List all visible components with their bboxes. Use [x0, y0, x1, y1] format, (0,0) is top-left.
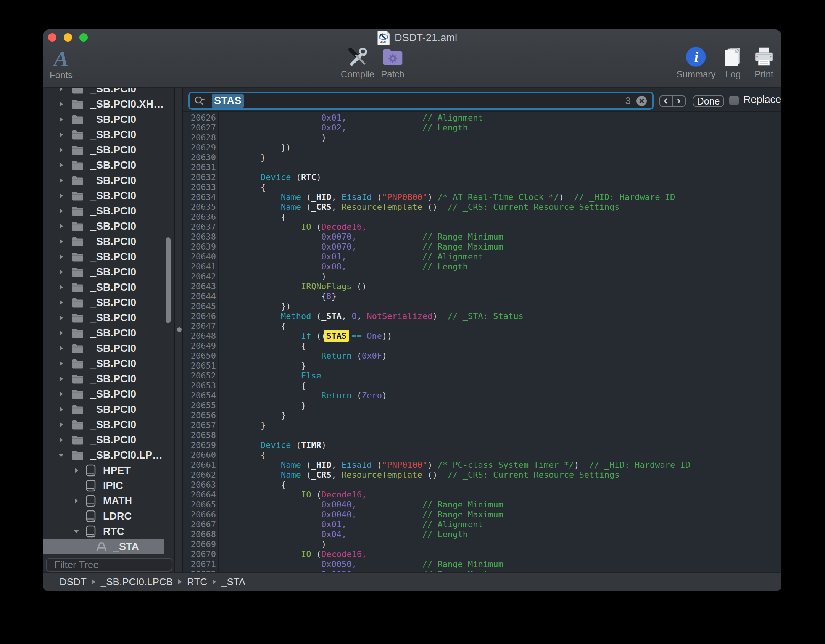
disclosure-right-icon[interactable]	[58, 193, 64, 199]
disclosure-right-icon[interactable]	[58, 406, 64, 412]
toolbar-item-fonts[interactable]: A Fonts	[50, 49, 73, 80]
tree-row-_sb-pci0[interactable]: _SB.PCI0	[43, 295, 174, 310]
tree-row-_sb-pci0[interactable]: _SB.PCI0	[43, 249, 174, 264]
disclosure-right-icon[interactable]	[58, 238, 64, 245]
toolbar-item-log[interactable]: Log	[722, 46, 744, 80]
find-previous-button[interactable]	[660, 96, 673, 106]
splitter-handle[interactable]	[177, 327, 182, 332]
code-editor[interactable]: 20626 0x01, // Alignment20627 0x02, // L…	[183, 112, 781, 572]
code-line: }	[220, 361, 306, 371]
tree-row-_sb-pci0[interactable]: _SB.PCI0	[43, 310, 174, 325]
disclosure-right-icon[interactable]	[58, 361, 64, 367]
tree-row-_sb-pci0[interactable]: _SB.PCI0	[43, 417, 174, 432]
line-number: 20630	[183, 153, 216, 163]
tree-row-_sb-pci0[interactable]: _SB.PCI0	[43, 280, 174, 295]
disclosure-right-icon[interactable]	[58, 88, 64, 92]
disclosure-right-icon[interactable]	[58, 223, 64, 229]
line-number: 20649	[183, 341, 216, 351]
tree-row-_sb-pci0[interactable]: _SB.PCI0	[43, 264, 174, 280]
disclosure-right-icon[interactable]	[58, 162, 64, 168]
tree-row-_sb-pci0[interactable]: _SB.PCI0	[43, 402, 174, 417]
tree-row-_sb-pci0[interactable]: _SB.PCI0	[43, 158, 174, 173]
disclosure-right-icon[interactable]	[58, 315, 64, 321]
disclosure-right-icon[interactable]	[58, 116, 64, 122]
toolbar-item-summary[interactable]: i Summary	[677, 46, 716, 80]
disclosure-right-icon[interactable]	[58, 208, 64, 214]
tree-row-_sb-pci0[interactable]: _SB.PCI0	[43, 203, 174, 219]
sidebar-scrollbar-thumb[interactable]	[166, 237, 171, 323]
tree-row-_sb-pci0[interactable]: _SB.PCI0	[43, 386, 174, 402]
tree-row-_sb-pci0[interactable]: _SB.PCI0	[43, 341, 174, 356]
find-next-button[interactable]	[673, 96, 685, 106]
disclosure-right-icon[interactable]	[58, 101, 64, 107]
disclosure-right-icon[interactable]	[58, 284, 64, 290]
folder-icon	[71, 296, 84, 309]
disclosure-right-icon[interactable]	[58, 132, 64, 138]
search-query-text[interactable]: STAS	[212, 94, 244, 108]
tree-row-ipic[interactable]: IPIC	[43, 478, 174, 493]
tree-row-rtc[interactable]: RTC	[43, 524, 174, 539]
disclosure-right-icon[interactable]	[58, 147, 64, 153]
tree-row-_sb-pci0[interactable]: _SB.PCI0	[43, 112, 174, 127]
tree-row-_sb-pci0[interactable]: _SB.PCI0	[43, 325, 174, 341]
tree-row-_sb-pci0[interactable]: _SB.PCI0	[43, 356, 174, 371]
code-line: Return (Zero)	[220, 391, 387, 401]
pane-splitter[interactable]	[174, 88, 183, 572]
disclosure-right-icon[interactable]	[58, 177, 64, 184]
line-number: 20655	[183, 401, 216, 411]
tree-row-_sb-pci0[interactable]: _SB.PCI0	[43, 234, 174, 249]
disclosure-right-icon[interactable]	[58, 269, 64, 275]
minimize-button[interactable]	[64, 33, 72, 42]
tree-row-_sb-pci0[interactable]: _SB.PCI0	[43, 127, 174, 142]
tree-row-math[interactable]: MATH	[43, 493, 174, 509]
tree-row-_sb-pci0-xh-[interactable]: _SB.PCI0.XH…	[43, 97, 174, 112]
line-number: 20648	[183, 331, 216, 341]
toolbar-item-compile[interactable]: Compile	[341, 46, 374, 80]
info-icon: i	[685, 46, 707, 68]
disclosure-down-icon[interactable]	[58, 452, 64, 458]
filter-tree-input[interactable]	[53, 559, 174, 571]
navigator-tree[interactable]: _SB.PCI0_SB.PCI0.XH…_SB.PCI0_SB.PCI0_SB.…	[43, 88, 174, 556]
tree-row-ldrc[interactable]: LDRC	[43, 509, 174, 524]
disclosure-right-icon[interactable]	[58, 299, 64, 306]
tree-row-_sb-pci0[interactable]: _SB.PCI0	[43, 371, 174, 386]
disclosure-right-icon[interactable]	[58, 254, 64, 260]
disclosure-right-icon[interactable]	[73, 498, 79, 504]
chevron-right-icon	[675, 98, 681, 104]
filter-tree-field[interactable]	[46, 558, 172, 572]
tree-row-_sb-pci0[interactable]: _SB.PCI0	[43, 173, 174, 188]
tree-label: MATH	[103, 495, 132, 507]
done-button[interactable]: Done	[693, 95, 724, 107]
disclosure-right-icon[interactable]	[58, 422, 64, 428]
line-number: 20631	[183, 163, 216, 172]
search-menu-icon[interactable]	[194, 96, 207, 106]
replace-checkbox[interactable]	[729, 96, 739, 105]
search-field[interactable]: STAS 3	[188, 92, 654, 110]
disclosure-right-icon[interactable]	[58, 376, 64, 382]
zoom-button[interactable]	[79, 33, 88, 42]
code-line: 0x01, // Alignment	[220, 113, 483, 123]
disclosure-down-icon[interactable]	[73, 528, 79, 535]
chevron-left-icon	[664, 98, 669, 104]
code-line: {	[220, 321, 286, 331]
disclosure-right-icon[interactable]	[58, 345, 64, 351]
tree-row-hpet[interactable]: HPET	[43, 463, 174, 478]
patch-folder-icon	[382, 46, 403, 68]
close-button[interactable]	[48, 33, 56, 42]
tree-row-_sb-pci0[interactable]: _SB.PCI0	[43, 188, 174, 203]
tree-row-_sb-pci0[interactable]: _SB.PCI0	[43, 219, 174, 234]
line-number: 20626	[183, 113, 216, 123]
tree-row-_sb-pci0-lp-[interactable]: _SB.PCI0.LP…	[43, 448, 174, 463]
disclosure-right-icon[interactable]	[58, 391, 64, 397]
disclosure-right-icon[interactable]	[58, 437, 64, 443]
tree-row-_sb-pci0[interactable]: _SB.PCI0	[43, 88, 174, 97]
toolbar-item-print[interactable]: Print	[753, 46, 775, 80]
toolbar-item-patch[interactable]: Patch	[381, 46, 404, 80]
tree-row-_sb-pci0[interactable]: _SB.PCI0	[43, 142, 174, 158]
tree-row-_sta[interactable]: _STA	[43, 539, 174, 554]
clear-search-button[interactable]	[636, 96, 647, 106]
disclosure-right-icon[interactable]	[73, 467, 79, 473]
tree-row-_sb-pci0[interactable]: _SB.PCI0	[43, 432, 174, 448]
code-line: IO (Decode16,	[220, 490, 367, 500]
disclosure-right-icon[interactable]	[58, 330, 64, 336]
